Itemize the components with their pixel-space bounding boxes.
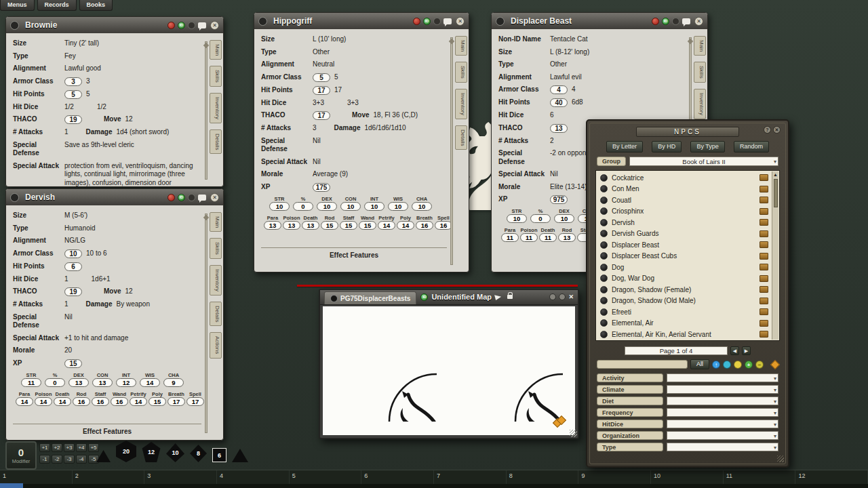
close-button[interactable]: ✕	[773, 126, 781, 134]
hotkey-slot[interactable]: 12	[795, 470, 868, 484]
close-button[interactable]: ✕	[568, 293, 574, 300]
resize-grip[interactable]	[777, 455, 784, 462]
scrollbar[interactable]	[450, 37, 453, 265]
npc-list-item[interactable]: Couatl	[596, 195, 779, 206]
map-canvas[interactable]	[323, 306, 575, 435]
npc-list-item[interactable]: Dog, War Dog	[596, 273, 779, 285]
side-tab[interactable]: Main	[694, 36, 706, 56]
save-value-box[interactable]: 16	[111, 397, 128, 406]
hotkey-slot[interactable]: 8	[507, 470, 579, 484]
book-link-icon[interactable]	[760, 331, 768, 338]
save-value-box[interactable]: 17	[186, 397, 204, 406]
portrait-icon[interactable]	[496, 17, 505, 26]
ability-value-box[interactable]: 0	[293, 202, 313, 211]
faction-icon[interactable]	[167, 194, 175, 201]
stat-value-box[interactable]: 175	[313, 183, 330, 192]
portrait-icon[interactable]	[258, 17, 267, 26]
scroll-thumb[interactable]	[774, 179, 778, 207]
book-link-icon[interactable]	[760, 219, 768, 226]
scrollbar[interactable]	[205, 41, 208, 180]
npc-portrait-icon[interactable]	[600, 319, 608, 327]
npc-name[interactable]: Couatl	[612, 197, 755, 204]
npc-name[interactable]: Dragon, Shadow (Old Male)	[612, 297, 755, 304]
side-tab[interactable]: Skills	[210, 238, 222, 259]
side-tab[interactable]: Main	[455, 36, 467, 56]
stat-value-box[interactable]: 13	[550, 124, 568, 133]
window-dervish[interactable]: Dervish ID ✕ Size M (5-6')	[5, 188, 224, 441]
chat-bubble-button[interactable]	[443, 18, 452, 24]
hotkey-slot[interactable]: 4	[217, 470, 290, 484]
npc-portrait-icon[interactable]	[600, 219, 608, 226]
menu-tab[interactable]: Menus	[0, 0, 35, 11]
sort-tab[interactable]: Random	[734, 141, 769, 152]
window-titlebar[interactable]: Hippogriff ID ✕	[254, 13, 469, 29]
side-tab[interactable]: Details	[210, 129, 222, 154]
close-button[interactable]: ✕	[456, 17, 465, 26]
stat-value-box[interactable]: 40	[550, 98, 568, 107]
hotkey-slot[interactable]: 6	[361, 470, 434, 484]
hotkey-slot[interactable]: 2	[73, 470, 145, 484]
npc-name[interactable]: Elemental, Air Kin, Aerial Servant	[612, 331, 755, 338]
npc-name[interactable]: Dervish Guards	[612, 230, 755, 237]
ability-value-box[interactable]: 10	[269, 202, 290, 211]
portrait-icon[interactable]	[10, 193, 19, 202]
next-page-button[interactable]: ▶	[742, 346, 751, 355]
id-toggle-button[interactable]: ID	[662, 18, 669, 25]
d12-die[interactable]: 12	[142, 442, 161, 462]
ability-value-box[interactable]: 0	[530, 214, 551, 223]
book-link-icon[interactable]	[760, 286, 768, 293]
menu-tab[interactable]: Books	[79, 0, 113, 11]
book-link-icon[interactable]	[760, 230, 768, 237]
ability-value-box[interactable]: 11	[21, 378, 41, 387]
npc-list-item[interactable]: Cockatrice	[596, 172, 779, 184]
id-toggle-button[interactable]: ID	[420, 293, 428, 301]
npc-portrait-icon[interactable]	[600, 264, 608, 271]
chat-bubble-button[interactable]	[198, 22, 206, 28]
filter-dropdown[interactable]: ▾	[667, 431, 778, 440]
modifier-stack[interactable]: 0 Modifier	[5, 441, 37, 470]
side-tab[interactable]: Skills	[210, 66, 222, 87]
window-titlebar[interactable]: Brownie ID ✕	[6, 17, 223, 33]
npc-list-item[interactable]: Displacer Beast Cubs	[596, 251, 779, 262]
save-value-box[interactable]: 17	[167, 397, 185, 406]
npc-list-item[interactable]: Dragon, Shadow (Old Male)	[596, 296, 779, 307]
save-value-box[interactable]: 13	[283, 221, 300, 230]
hotkey-slot[interactable]: 1	[0, 470, 73, 484]
modifier-button[interactable]: +2	[52, 443, 62, 452]
ability-value-box[interactable]: 14	[140, 378, 160, 387]
stat-value-box[interactable]: 19	[64, 287, 82, 296]
window-hippogriff[interactable]: Hippogriff ID ✕ Size L (10' long)	[254, 12, 469, 272]
side-tab[interactable]: Inventory	[694, 89, 706, 119]
chat-bubble-button[interactable]	[198, 195, 206, 201]
npcs-window[interactable]: NPCS ? ✕ By LetterBy HDBy TypeRandom Gro…	[586, 119, 789, 468]
window-option-button[interactable]	[549, 293, 556, 300]
ability-value-box[interactable]: 9	[163, 378, 184, 387]
portrait-icon[interactable]	[10, 21, 19, 30]
book-link-icon[interactable]	[760, 320, 768, 327]
stat-value-box[interactable]: 5	[64, 90, 82, 99]
book-link-icon[interactable]	[760, 253, 768, 260]
save-value-box[interactable]: 11	[520, 233, 538, 242]
npc-name[interactable]: Elemental, Air	[612, 319, 755, 327]
npc-list-item[interactable]: Dervish Guards	[596, 228, 779, 240]
npc-name[interactable]: Dragon, Shadow (Female)	[612, 286, 755, 293]
list-scrollbar[interactable]: ▲	[772, 171, 778, 340]
filter-dropdown[interactable]: ▾	[667, 443, 778, 451]
npc-portrait-icon[interactable]	[600, 252, 608, 260]
layers-button[interactable]	[553, 416, 567, 428]
faction-icon[interactable]	[413, 18, 420, 25]
npc-name[interactable]: Dog	[612, 264, 755, 271]
ability-value-box[interactable]: 10	[554, 214, 574, 223]
scrollbar[interactable]	[205, 214, 208, 433]
map-tab[interactable]: PG75DisplacerBeasts	[324, 291, 416, 304]
npc-name[interactable]: Cockatrice	[612, 174, 755, 182]
npc-portrait-icon[interactable]	[600, 185, 608, 192]
npc-list-item[interactable]: Elemental, Air Kin, Aerial Servant	[596, 329, 779, 340]
filter-cyan-button[interactable]	[723, 361, 731, 369]
filter-blue-button[interactable]: ↑	[712, 361, 720, 369]
ability-value-box[interactable]: 10	[412, 202, 432, 211]
flag-diamond-icon[interactable]	[770, 359, 780, 369]
map-window[interactable]: PG75DisplacerBeasts ID Unidentified Map …	[319, 289, 579, 439]
window-option-button[interactable]	[559, 293, 566, 300]
ability-value-box[interactable]: 10	[507, 214, 527, 223]
